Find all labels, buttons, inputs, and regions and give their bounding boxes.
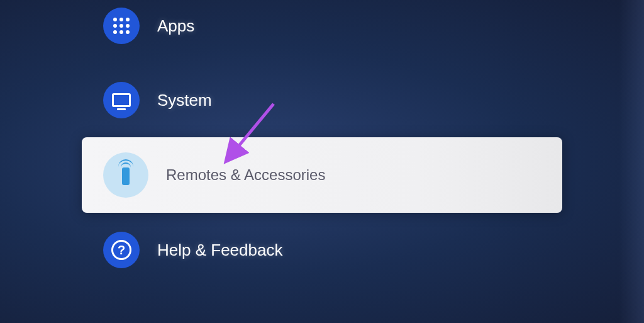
menu-item-label: System bbox=[157, 91, 212, 110]
menu-item-system[interactable]: System bbox=[0, 63, 644, 137]
apps-grid-icon bbox=[103, 8, 140, 44]
help-icon: ? bbox=[103, 232, 140, 268]
remote-icon bbox=[103, 152, 148, 198]
tv-icon bbox=[103, 82, 140, 118]
settings-menu: Apps System Remotes & Accessories ? Help… bbox=[0, 0, 644, 287]
edge-glow bbox=[619, 0, 644, 323]
menu-item-label: Help & Feedback bbox=[157, 241, 282, 260]
menu-item-apps[interactable]: Apps bbox=[0, 0, 644, 63]
menu-item-remotes-accessories[interactable]: Remotes & Accessories bbox=[82, 137, 562, 213]
menu-item-label: Remotes & Accessories bbox=[166, 166, 325, 184]
menu-item-help-feedback[interactable]: ? Help & Feedback bbox=[0, 213, 644, 287]
menu-item-label: Apps bbox=[157, 16, 194, 36]
